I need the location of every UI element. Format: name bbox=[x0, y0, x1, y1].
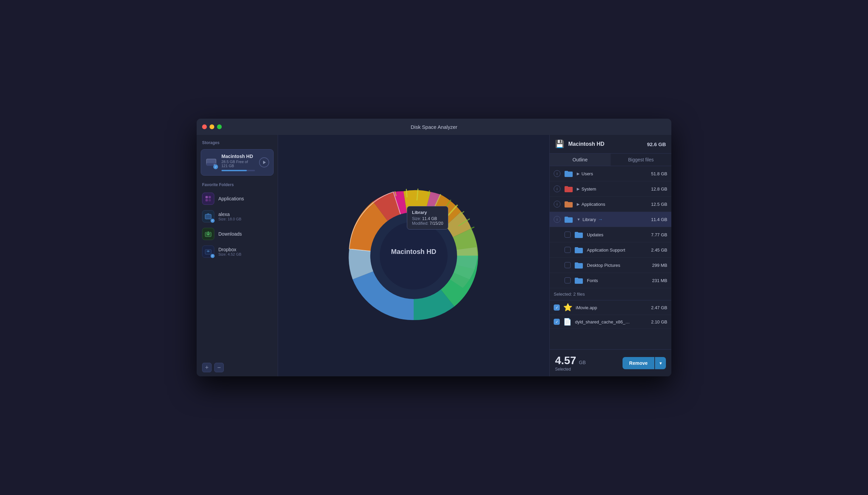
folder-icon-system bbox=[564, 184, 573, 193]
list-item-updates[interactable]: Updates 7.77 GB bbox=[550, 227, 671, 242]
imovie-icon: ⭐ bbox=[563, 303, 572, 312]
selected-size-display: 4.57 GB Selected bbox=[555, 354, 586, 372]
storage-name: Macintosh HD bbox=[221, 154, 255, 159]
fav-item-downloads[interactable]: Downloads bbox=[197, 225, 278, 243]
tab-biggest-files[interactable]: Biggest files bbox=[611, 154, 672, 166]
folder-icon-applications bbox=[564, 199, 573, 209]
item-label-library: ▼ Library → bbox=[577, 217, 648, 222]
selected-file-imovie[interactable]: ✓ ⭐ iMovie.app 2.47 GB bbox=[550, 301, 671, 315]
right-panel-bottom: 4.57 GB Selected Remove ▾ bbox=[550, 349, 671, 376]
right-panel: 💾 Macintosh HD 92.6 GB Outline Biggest f… bbox=[549, 135, 671, 376]
remove-button[interactable]: Remove bbox=[623, 357, 654, 369]
favorites-label: Favorite Folders bbox=[197, 177, 278, 190]
fav-icon-applications bbox=[202, 192, 214, 205]
svg-text:Macintosh HD: Macintosh HD bbox=[391, 248, 436, 255]
checkbox-fonts[interactable] bbox=[564, 277, 571, 284]
storage-progress-bar bbox=[221, 170, 255, 171]
fav-item-alexa[interactable]: ✓ alexa Size: 18.0 GB bbox=[197, 207, 278, 225]
fav-sublabel-alexa: Size: 18.0 GB bbox=[218, 217, 241, 221]
svg-rect-6 bbox=[205, 199, 208, 201]
disk-chart: Macintosh HD bbox=[325, 168, 502, 344]
right-header-disk-icon: 💾 bbox=[555, 140, 564, 149]
svg-marker-3 bbox=[263, 161, 266, 164]
selected-size-sublabel: Selected bbox=[555, 367, 586, 372]
storage-item-macintosh-hd[interactable]: ✓ Macintosh HD 28.5 GB Free of 121 GB bbox=[201, 149, 274, 176]
file-label-imovie: iMovie.app bbox=[576, 305, 648, 310]
item-size-applications: 12.5 GB bbox=[651, 202, 667, 207]
dyld-file-icon: 📄 bbox=[563, 318, 572, 326]
minimize-button[interactable] bbox=[209, 124, 214, 129]
folder-icon-app-support bbox=[574, 245, 583, 255]
folder-icon-users bbox=[564, 169, 573, 178]
maximize-button[interactable] bbox=[217, 124, 222, 129]
list-item-users[interactable]: i ▶ Users 51.8 GB bbox=[550, 166, 671, 182]
fav-sublabel-dropbox: Size: 4.52 GB bbox=[218, 252, 241, 256]
item-size-fonts: 231 MB bbox=[652, 278, 667, 283]
item-label-desktop-pictures: Desktop Pictures bbox=[587, 263, 649, 268]
file-size-imovie: 2.47 GB bbox=[651, 305, 667, 310]
fav-label-applications: Applications bbox=[218, 196, 244, 201]
list-item-desktop-pictures[interactable]: Desktop Pictures 299 MB bbox=[550, 258, 671, 273]
selected-section-label: Selected: 2 files bbox=[550, 288, 671, 301]
storage-info: Macintosh HD 28.5 GB Free of 121 GB bbox=[221, 154, 255, 171]
sidebar-bottom: + − bbox=[197, 359, 278, 376]
list-item-system[interactable]: i ▶ System 12.8 GB bbox=[550, 182, 671, 197]
item-size-desktop-pictures: 299 MB bbox=[652, 263, 667, 268]
item-label-system: ▶ System bbox=[577, 186, 648, 191]
traffic-lights bbox=[202, 124, 222, 129]
item-label-fonts: Fonts bbox=[587, 278, 649, 283]
checkbox-app-support[interactable] bbox=[564, 247, 571, 253]
info-button-applications[interactable]: i bbox=[554, 201, 560, 207]
right-header-size: 92.6 GB bbox=[647, 141, 666, 147]
fav-item-dropbox[interactable]: ✓ Dropbox Size: 4.52 GB bbox=[197, 243, 278, 260]
svg-point-24 bbox=[380, 222, 447, 290]
remove-dropdown-button[interactable]: ▾ bbox=[655, 357, 666, 369]
folder-icon-library bbox=[564, 215, 573, 224]
checkbox-dyld[interactable]: ✓ bbox=[554, 319, 560, 325]
right-panel-header: 💾 Macintosh HD 92.6 GB bbox=[550, 135, 671, 154]
item-size-users: 51.8 GB bbox=[651, 171, 667, 176]
svg-rect-7 bbox=[208, 199, 211, 201]
info-button-users[interactable]: i bbox=[554, 170, 560, 177]
svg-rect-8 bbox=[205, 214, 211, 219]
main-content: Storages ✓ Macintosh HD 28.5 GB Free of … bbox=[197, 135, 671, 376]
item-label-users: ▶ Users bbox=[577, 171, 648, 176]
close-button[interactable] bbox=[202, 124, 207, 129]
list-item-applications[interactable]: i ▶ Applications 12.5 GB bbox=[550, 197, 671, 212]
checkbox-desktop-pictures[interactable] bbox=[564, 262, 571, 268]
list-item-fonts[interactable]: Fonts 231 MB bbox=[550, 273, 671, 288]
checkbox-imovie[interactable]: ✓ bbox=[554, 305, 560, 310]
storage-scan-button[interactable] bbox=[259, 157, 269, 168]
fav-label-dropbox: Dropbox bbox=[218, 247, 241, 252]
info-button-library[interactable]: i bbox=[554, 216, 560, 223]
add-folder-button[interactable]: + bbox=[202, 363, 211, 372]
remove-folder-button[interactable]: − bbox=[214, 363, 224, 372]
selected-file-dyld[interactable]: ✓ 📄 dyld_shared_cache_x86_… 2.10 GB bbox=[550, 315, 671, 329]
item-size-library: 11.4 GB bbox=[651, 217, 667, 222]
title-bar: Disk Space Analyzer bbox=[197, 119, 671, 135]
checkbox-updates[interactable] bbox=[564, 232, 571, 238]
storage-progress-fill bbox=[221, 170, 247, 171]
selected-size-unit: GB bbox=[579, 360, 585, 365]
window-title: Disk Space Analyzer bbox=[411, 124, 457, 130]
selected-size-number: 4.57 bbox=[555, 354, 576, 367]
storages-label: Storages bbox=[197, 135, 278, 148]
folder-icon-updates bbox=[574, 230, 583, 239]
folder-icon-fonts bbox=[574, 276, 583, 285]
file-size-dyld: 2.10 GB bbox=[651, 319, 667, 324]
fav-item-applications[interactable]: Applications bbox=[197, 190, 278, 207]
info-button-system[interactable]: i bbox=[554, 186, 560, 192]
svg-rect-5 bbox=[208, 196, 211, 198]
folder-icon-desktop-pictures bbox=[574, 260, 583, 270]
list-item-app-support[interactable]: Application Support 2.45 GB bbox=[550, 242, 671, 258]
fav-icon-dropbox: ✓ bbox=[202, 245, 214, 258]
fav-label-alexa: alexa bbox=[218, 211, 241, 217]
item-size-app-support: 2.45 GB bbox=[651, 248, 667, 253]
right-panel-list: i ▶ Users 51.8 GB i bbox=[550, 166, 671, 349]
item-label-updates: Updates bbox=[587, 232, 648, 237]
list-item-library[interactable]: i ▼ Library → 11.4 GB bbox=[550, 212, 671, 227]
file-label-dyld: dyld_shared_cache_x86_… bbox=[575, 319, 648, 324]
svg-rect-4 bbox=[205, 196, 208, 198]
tab-outline[interactable]: Outline bbox=[550, 154, 611, 166]
right-header-title: Macintosh HD bbox=[568, 141, 643, 147]
